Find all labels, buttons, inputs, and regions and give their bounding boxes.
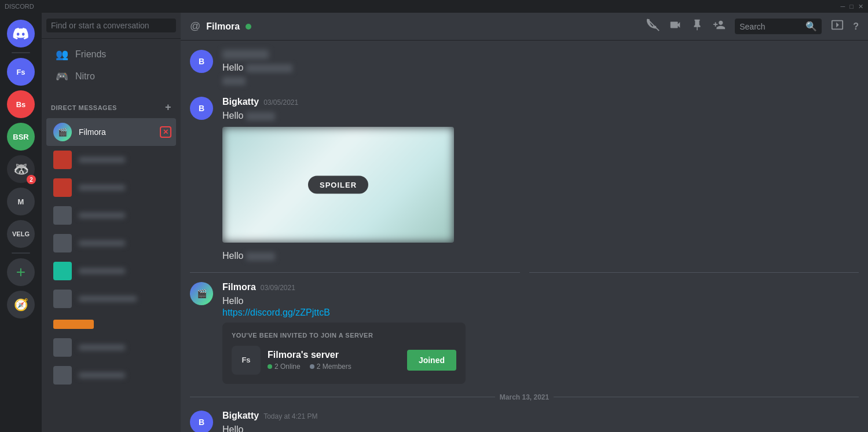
dm-item-blurred-4[interactable]	[46, 229, 176, 257]
message-content: Hello	[222, 50, 859, 87]
dm-item-blurred-5[interactable]	[46, 257, 176, 285]
message-content-bigkatty: Bigkatty 03/05/2021 Hello SPOILER Hello	[222, 97, 859, 263]
dm-section-header: DIRECT MESSAGES +	[42, 92, 181, 116]
message-row-bigkatty-2: B Bigkatty Today at 4:21 PM Hello	[190, 411, 859, 432]
video-icon[interactable]	[669, 19, 682, 34]
joined-button[interactable]: Joined	[407, 350, 456, 371]
message-search-input[interactable]	[739, 22, 801, 31]
add-server-button[interactable]: +	[7, 258, 35, 286]
server-animal-wrapper: 🦝 2	[7, 155, 35, 183]
dm-list: 🎬 Filmora ✕	[42, 116, 181, 432]
message-avatar: B	[190, 50, 213, 73]
dm-item-blurred-8[interactable]	[46, 334, 176, 361]
online-stat: 2 Online	[268, 363, 301, 371]
add-friend-icon[interactable]	[713, 19, 726, 34]
message-author-bigkatty: Bigkatty	[222, 97, 259, 107]
message-header-filmora: Filmora 03/09/2021	[222, 282, 859, 292]
nitro-label: Nitro	[75, 71, 95, 82]
online-status-dot	[246, 24, 251, 30]
message-content-bigkatty-2: Bigkatty Today at 4:21 PM Hello	[222, 411, 859, 432]
dm-item-blurred-9[interactable]	[46, 361, 176, 389]
server-velg[interactable]: VELG	[7, 220, 35, 248]
dm-avatar-blurred-2	[53, 178, 72, 197]
message-row-bigkatty: B Bigkatty 03/05/2021 Hello SPOILER	[190, 97, 859, 263]
message-search-bar: 🔍	[735, 19, 822, 34]
dm-search-input[interactable]	[46, 19, 176, 32]
chat-messages: B Hello B	[181, 41, 868, 432]
nitro-nav-item[interactable]: 🎮 Nitro	[46, 65, 176, 87]
server-m[interactable]: M	[7, 188, 35, 215]
dm-item-blurred-6[interactable]	[46, 285, 176, 313]
invite-info: Filmora's server 2 Online 2 Members	[268, 350, 400, 371]
pinned-icon[interactable]	[691, 19, 704, 34]
dm-item-blurred-7[interactable]	[46, 313, 176, 334]
invite-label: YOU'VE BEEN INVITED TO JOIN A SERVER	[232, 332, 456, 339]
dm-section-title: DIRECT MESSAGES	[51, 104, 117, 111]
invite-card: YOU'VE BEEN INVITED TO JOIN A SERVER Fs …	[222, 323, 466, 384]
chat-header-left: @ Filmora	[190, 20, 251, 32]
channel-name: Filmora	[206, 21, 240, 32]
divider-line-right-2	[554, 397, 859, 397]
blurred-text	[246, 64, 292, 72]
message-text-after-spoiler: Hello	[222, 250, 859, 262]
invite-link[interactable]: https://discord.gg/zZPjttcB	[222, 307, 330, 317]
dm-search-area	[42, 13, 181, 39]
dm-avatar-blurred-4	[53, 234, 72, 252]
spoiler-button[interactable]: SPOILER	[308, 176, 368, 194]
app-body: Fs Bs BSR 🦝 2 M VELG + 🧭 👥 Friends 🎮 Nit…	[0, 13, 868, 432]
explore-button[interactable]: 🧭	[7, 291, 35, 318]
message-text-bigkatty-2: Hello	[222, 423, 859, 432]
server-bsr[interactable]: BSR	[7, 123, 35, 151]
divider-line-left-2	[190, 397, 495, 397]
maximize-button[interactable]: □	[849, 3, 854, 10]
screen-share-icon[interactable]	[831, 19, 844, 34]
message-header	[222, 50, 859, 59]
online-count: 2 Online	[274, 363, 301, 371]
help-icon[interactable]: ?	[853, 21, 859, 32]
dm-item-blurred-3[interactable]	[46, 202, 176, 229]
message-author-bigkatty-2: Bigkatty	[222, 411, 259, 421]
friends-nav-item[interactable]: 👥 Friends	[46, 43, 176, 65]
phone-off-icon[interactable]	[647, 19, 660, 34]
message-header-bigkatty: Bigkatty 03/05/2021	[222, 97, 859, 107]
message-timestamp-filmora: 03/09/2021	[261, 284, 295, 292]
message-row: B Hello	[190, 50, 859, 87]
date-divider-label-2: March 13, 2021	[500, 393, 549, 401]
message-avatar-bigkatty-2: B	[190, 411, 213, 432]
message-author-filmora: Filmora	[222, 282, 256, 292]
server-fs[interactable]: Fs	[7, 58, 35, 86]
spoiler-container[interactable]: SPOILER	[222, 127, 454, 243]
date-divider-march13: March 13, 2021	[190, 393, 859, 401]
invite-server-icon: Fs	[232, 346, 261, 375]
home-button[interactable]	[7, 20, 35, 47]
server-sidebar: Fs Bs BSR 🦝 2 M VELG + 🧭	[0, 13, 42, 432]
dm-avatar-blurred-5	[53, 262, 72, 280]
dm-close-filmora[interactable]: ✕	[160, 126, 171, 138]
invite-server-name: Filmora's server	[268, 350, 400, 360]
friends-icon: 👥	[56, 48, 68, 61]
chat-header: @ Filmora 🔍	[181, 13, 868, 41]
blurred-text-bigkatty	[246, 112, 275, 120]
server-bs[interactable]: Bs	[7, 90, 35, 118]
divider-line-left	[190, 272, 520, 273]
server-separator	[12, 52, 30, 53]
add-dm-button[interactable]: +	[165, 101, 171, 114]
invite-stats: 2 Online 2 Members	[268, 363, 400, 371]
dm-item-filmora[interactable]: 🎬 Filmora ✕	[46, 118, 176, 146]
member-count: 2 Members	[317, 363, 351, 371]
message-header-bigkatty-2: Bigkatty Today at 4:21 PM	[222, 411, 859, 421]
window-controls: ─ □ ✕	[841, 3, 863, 10]
dm-nav: 👥 Friends 🎮 Nitro	[42, 39, 181, 92]
divider-line-right	[529, 272, 859, 273]
app-title: DISCORD	[5, 3, 34, 10]
close-button[interactable]: ✕	[858, 3, 863, 10]
message-avatar-filmora: 🎬	[190, 282, 213, 305]
dm-item-blurred-1[interactable]	[46, 146, 176, 174]
message-content-filmora: Filmora 03/09/2021 Hello https://discord…	[222, 282, 859, 384]
message-timestamp-bigkatty-2: Today at 4:21 PM	[263, 412, 317, 420]
minimize-button[interactable]: ─	[841, 3, 845, 10]
blurred-text-after	[246, 252, 275, 261]
invite-body: Fs Filmora's server 2 Online	[232, 346, 456, 375]
dm-item-blurred-2[interactable]	[46, 174, 176, 202]
members-stat: 2 Members	[310, 363, 351, 371]
